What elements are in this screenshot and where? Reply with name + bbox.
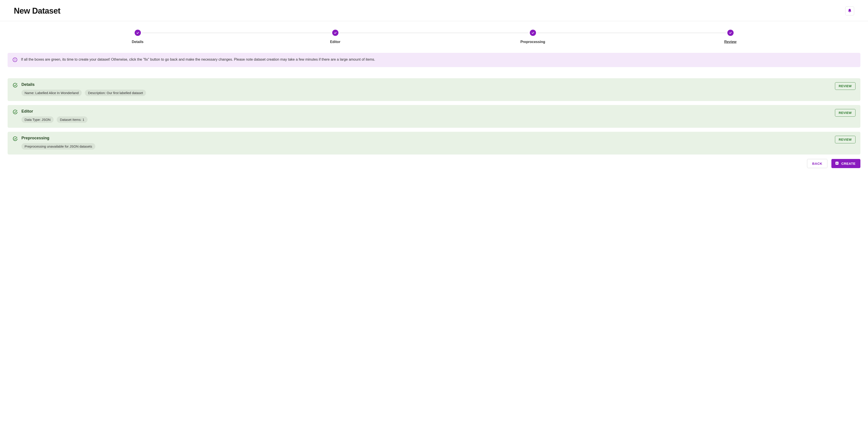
info-text: If all the boxes are green, its time to … xyxy=(21,57,375,62)
chip: Dataset Items: 1 xyxy=(57,116,87,123)
review-card-editor: Editor Data Type: JSON Dataset Items: 1 … xyxy=(8,105,860,128)
chip: Description: Our first labelled dataset xyxy=(85,90,146,96)
check-circle-icon xyxy=(12,109,18,114)
chip: Data Type: JSON xyxy=(22,116,54,123)
chip-row: Name: Labelled Alice In Wonderland Descr… xyxy=(22,90,831,96)
notifications-button[interactable] xyxy=(845,6,854,15)
card-body: Details Name: Labelled Alice In Wonderla… xyxy=(22,82,831,96)
chip-row: Data Type: JSON Dataset Items: 1 xyxy=(22,116,831,123)
card-title: Preprocessing xyxy=(22,136,831,140)
stepper: Details Editor Preprocessing Review xyxy=(8,21,860,53)
info-banner: If all the boxes are green, its time to … xyxy=(8,53,860,67)
review-details-button[interactable]: REVIEW xyxy=(835,82,856,90)
check-circle-icon xyxy=(530,30,536,36)
step-preprocessing[interactable]: Preprocessing xyxy=(434,30,631,44)
svg-point-2 xyxy=(15,59,15,59)
step-label: Editor xyxy=(330,40,340,44)
create-button[interactable]: CREATE xyxy=(831,159,860,168)
step-details[interactable]: Details xyxy=(39,30,237,44)
card-body: Editor Data Type: JSON Dataset Items: 1 xyxy=(22,109,831,123)
check-circle-icon xyxy=(727,30,734,36)
card-body: Preprocessing Preprocessing unavailable … xyxy=(22,136,831,149)
page-title: New Dataset xyxy=(14,6,61,15)
back-button[interactable]: BACK xyxy=(807,159,827,168)
chip: Preprocessing unavailable for JSON datas… xyxy=(22,143,95,149)
create-label: CREATE xyxy=(841,162,856,165)
page-header: New Dataset xyxy=(0,0,868,21)
check-circle-icon xyxy=(135,30,141,36)
step-review[interactable]: Review xyxy=(631,30,829,44)
step-editor[interactable]: Editor xyxy=(237,30,434,44)
review-card-details: Details Name: Labelled Alice In Wonderla… xyxy=(8,78,860,101)
review-card-preprocessing: Preprocessing Preprocessing unavailable … xyxy=(8,132,860,155)
card-title: Details xyxy=(22,82,831,87)
step-label: Preprocessing xyxy=(520,40,545,44)
content: Details Editor Preprocessing Review xyxy=(0,21,868,175)
review-preprocessing-button[interactable]: REVIEW xyxy=(835,136,856,143)
info-icon xyxy=(12,57,18,63)
plus-icon xyxy=(835,161,839,166)
check-circle-icon xyxy=(332,30,338,36)
card-title: Editor xyxy=(22,109,831,114)
check-circle-icon xyxy=(12,82,18,88)
review-editor-button[interactable]: REVIEW xyxy=(835,109,856,116)
chip: Name: Labelled Alice In Wonderland xyxy=(22,90,82,96)
bell-icon xyxy=(847,8,852,13)
check-circle-icon xyxy=(12,136,18,141)
step-label: Details xyxy=(132,40,143,44)
chip-row: Preprocessing unavailable for JSON datas… xyxy=(22,143,831,149)
step-label: Review xyxy=(724,40,737,44)
footer-actions: BACK CREATE xyxy=(8,159,860,168)
